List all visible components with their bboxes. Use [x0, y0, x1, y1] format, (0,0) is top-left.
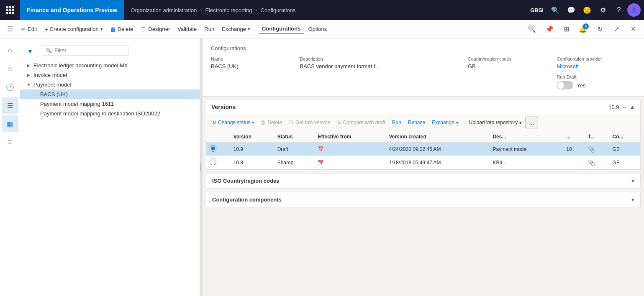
toolbar-actions: 📌 ⊞ 🔔 0 ↻ ⤢ ✕	[542, 22, 641, 37]
app-title: Finance and Operations Preview	[20, 0, 124, 20]
breadcrumb-configurations[interactable]: Configurations	[261, 7, 296, 13]
breadcrumb-sep-1: ›	[200, 7, 202, 13]
config-components-header[interactable]: Configuration components ▾	[206, 192, 640, 207]
user-avatar[interactable]: 👤	[627, 3, 641, 17]
upload-chevron: ▾	[519, 120, 521, 125]
toolbar-separator	[256, 24, 256, 34]
row-radio-1	[206, 143, 230, 156]
search-icon-btn[interactable]: 🔍	[548, 3, 563, 18]
tree-label-payment-mapping-1611: Payment model mapping 1611	[40, 101, 114, 107]
face-icon-btn[interactable]: 🙂	[580, 3, 595, 18]
versions-expand-btn[interactable]: ▲	[629, 104, 635, 110]
refresh-icon-btn[interactable]: ↻	[592, 22, 607, 37]
col-version-created: Version created	[385, 131, 489, 143]
hamburger-menu-btn[interactable]: ☰	[3, 23, 17, 36]
options-tab[interactable]: Options	[305, 24, 330, 34]
help-icon-btn[interactable]: ?	[611, 3, 626, 18]
star-icon-btn[interactable]: ☆	[2, 60, 18, 77]
top-navigation: Finance and Operations Preview Organizat…	[0, 0, 644, 20]
pin-icon-btn[interactable]: 📌	[542, 22, 557, 37]
configurations-tab[interactable]: Configurations	[259, 24, 304, 34]
change-status-button[interactable]: ↻ Change status ▾	[210, 118, 257, 127]
rebase-button[interactable]: Rebase	[405, 118, 428, 127]
breadcrumb-electronic-reporting[interactable]: Electronic reporting	[205, 7, 252, 13]
row-country-2: GB	[609, 156, 640, 169]
row-status-1: Draft	[274, 143, 315, 156]
tree-item-electronic-ledger[interactable]: ▶ Electronic ledger accounting model MX	[20, 61, 200, 70]
get-version-icon: 🗒	[289, 120, 294, 125]
clock-icon-btn[interactable]: 🕐	[2, 79, 18, 95]
compare-icon: ↻	[337, 120, 341, 125]
name-value: BACS (UK)	[211, 63, 290, 69]
module-icon-btn[interactable]: ▦	[2, 115, 18, 132]
calendar-icon-1[interactable]: 📅	[318, 146, 324, 152]
versions-delete-button[interactable]: 🗑 Delete	[258, 118, 285, 127]
run-button[interactable]: Run	[201, 24, 218, 34]
exchange-dropdown-chevron: ▾	[456, 120, 458, 125]
get-this-version-button[interactable]: 🗒 Get this version	[286, 118, 333, 127]
notification-icon-btn[interactable]: 🔔 0	[575, 22, 590, 37]
table-row[interactable]: 10.8 Shared 📅 1/18/2018 05:49:47 AM KB4.…	[206, 156, 640, 169]
message-icon-btn[interactable]: 💬	[564, 3, 579, 18]
iso-country-header[interactable]: ISO Country/region codes ▾	[206, 174, 640, 188]
expand-icon-btn[interactable]: ⤢	[609, 22, 624, 37]
tree-item-payment-mapping-iso[interactable]: Payment model mapping to destination ISO…	[20, 109, 200, 118]
upload-into-repository-button[interactable]: ↑ Upload into repository ▾	[462, 118, 524, 127]
exchange-button[interactable]: Exchange ▾	[218, 24, 253, 34]
breadcrumb-org-admin[interactable]: Organization administration	[131, 7, 197, 13]
waffle-menu-button[interactable]	[0, 0, 20, 20]
attachment-icon-1: 📎	[588, 146, 595, 153]
edit-button[interactable]: ✏ Edit	[18, 24, 40, 34]
tree-toolbar: ▼ 🔍	[20, 42, 200, 61]
country-label: Country/region codes	[468, 56, 547, 61]
close-icon-btn[interactable]: ✕	[626, 22, 641, 37]
provider-value[interactable]: Microsoft	[557, 63, 636, 69]
refresh-icon: ↻	[212, 120, 216, 125]
toggle-knob	[557, 82, 564, 89]
tree-item-bacs-uk[interactable]: BACS (UK)	[20, 89, 200, 99]
nav-filter-input[interactable]	[54, 47, 125, 54]
row-desc-1[interactable]: Payment model	[489, 143, 563, 156]
tree-chevron-right: ▶	[27, 63, 32, 68]
bookmark-icon-btn[interactable]: ≡	[2, 134, 18, 151]
col-status: Status	[274, 131, 315, 143]
tree-label-invoice-model: Invoice model	[33, 72, 67, 78]
row-created-2: 1/18/2018 05:49:47 AM	[385, 156, 489, 169]
versions-run-button[interactable]: Run	[390, 118, 404, 127]
provider-label: Configuration provider	[557, 56, 636, 61]
col-t: T...	[585, 131, 609, 143]
columns-icon-btn[interactable]: ⊞	[559, 22, 574, 37]
validate-button[interactable]: Validate	[174, 24, 200, 34]
delete-button[interactable]: 🗑 Delete	[107, 24, 137, 34]
versions-more-button[interactable]: ...	[526, 117, 538, 128]
table-row[interactable]: 10.9 Draft 📅 4/24/2020 09:02:45 AM Payme…	[206, 143, 640, 156]
exchange-dropdown-button[interactable]: Exchange ▾	[429, 118, 460, 127]
iso-country-section: ISO Country/region codes ▾	[206, 173, 641, 189]
desc-label: Description	[300, 56, 458, 61]
row-desc-2: KB4...	[489, 156, 563, 169]
col-radio	[206, 131, 230, 143]
row-radio-input-2[interactable]	[210, 158, 216, 165]
settings-icon-btn[interactable]: ⚙	[595, 3, 611, 18]
nav-right: GBSI 🔍 💬 🙂 ⚙ ? 👤	[527, 3, 644, 18]
home-icon-btn[interactable]: ⌂	[2, 42, 18, 59]
designer-button[interactable]: 🗒 Designer	[137, 24, 173, 34]
col-country: Co...	[609, 131, 640, 143]
row-radio-input-1[interactable]	[210, 145, 216, 152]
config-name-field: Name BACS (UK)	[211, 56, 300, 89]
config-components-section: Configuration components ▾	[206, 192, 641, 207]
row-version-2: 10.8	[230, 156, 274, 169]
calendar-icon-2[interactable]: 📅	[318, 160, 324, 166]
tree-filter-icon-btn[interactable]: ▼	[23, 45, 37, 58]
config-fields: Name BACS (UK) Description BACS vendor p…	[211, 56, 636, 89]
run-draft-toggle[interactable]	[557, 81, 573, 89]
versions-dash: --	[622, 104, 626, 110]
tree-item-payment-model[interactable]: ▼ Payment model	[20, 80, 200, 89]
list-icon-btn[interactable]: ☰	[2, 97, 18, 114]
compare-with-draft-button[interactable]: ↻ Compare with draft	[334, 118, 387, 127]
create-configuration-button[interactable]: + Create configuration ▾	[41, 24, 105, 34]
toolbar-search-btn[interactable]: 🔍	[526, 23, 538, 35]
tree-item-payment-mapping-1611[interactable]: Payment model mapping 1611	[20, 99, 200, 109]
filter-search-icon: 🔍	[46, 48, 52, 54]
tree-item-invoice-model[interactable]: ▶ Invoice model	[20, 70, 200, 80]
